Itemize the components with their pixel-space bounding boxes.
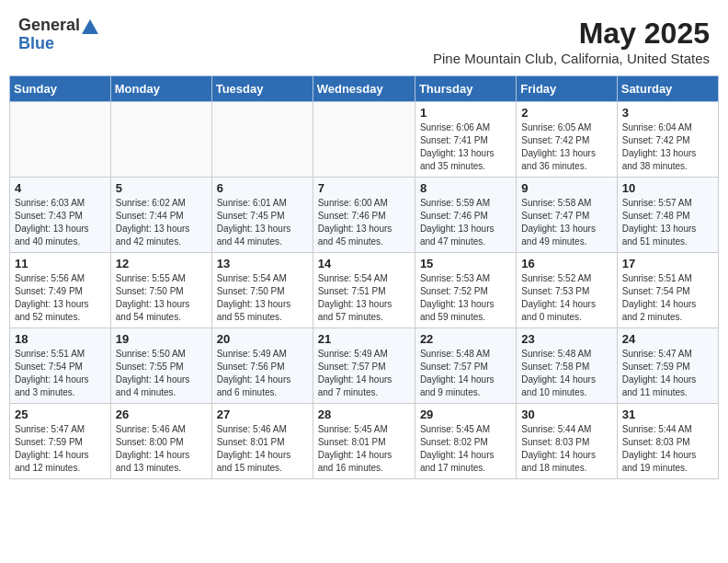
calendar-cell: 4Sunrise: 6:03 AM Sunset: 7:43 PM Daylig… xyxy=(10,178,111,253)
day-info: Sunrise: 5:52 AM Sunset: 7:53 PM Dayligh… xyxy=(521,272,611,324)
calendar-week-1: 1Sunrise: 6:06 AM Sunset: 7:41 PM Daylig… xyxy=(10,102,719,178)
calendar-cell: 27Sunrise: 5:46 AM Sunset: 8:01 PM Dayli… xyxy=(211,404,313,479)
calendar-cell: 31Sunrise: 5:44 AM Sunset: 8:03 PM Dayli… xyxy=(617,404,718,479)
calendar-cell: 22Sunrise: 5:48 AM Sunset: 7:57 PM Dayli… xyxy=(415,328,516,404)
day-info: Sunrise: 5:53 AM Sunset: 7:52 PM Dayligh… xyxy=(420,272,511,324)
day-number: 31 xyxy=(622,408,713,421)
day-info: Sunrise: 6:06 AM Sunset: 7:41 PM Dayligh… xyxy=(420,121,511,173)
page-subtitle: Pine Mountain Club, California, United S… xyxy=(433,51,710,66)
day-number: 2 xyxy=(521,106,611,120)
day-number: 8 xyxy=(420,181,511,195)
day-number: 13 xyxy=(217,257,308,270)
day-info: Sunrise: 5:47 AM Sunset: 7:59 PM Dayligh… xyxy=(622,348,713,399)
calendar-cell xyxy=(10,102,111,178)
calendar-table: SundayMondayTuesdayWednesdayThursdayFrid… xyxy=(9,75,719,479)
calendar-cell: 12Sunrise: 5:55 AM Sunset: 7:50 PM Dayli… xyxy=(110,253,211,328)
day-info: Sunrise: 5:49 AM Sunset: 7:56 PM Dayligh… xyxy=(217,348,308,399)
calendar-cell: 11Sunrise: 5:56 AM Sunset: 7:49 PM Dayli… xyxy=(10,253,111,328)
calendar-week-2: 4Sunrise: 6:03 AM Sunset: 7:43 PM Daylig… xyxy=(10,178,719,253)
calendar-week-3: 11Sunrise: 5:56 AM Sunset: 7:49 PM Dayli… xyxy=(10,253,719,328)
day-number: 27 xyxy=(217,408,308,421)
day-info: Sunrise: 5:45 AM Sunset: 8:02 PM Dayligh… xyxy=(420,423,511,475)
calendar-week-5: 25Sunrise: 5:47 AM Sunset: 7:59 PM Dayli… xyxy=(10,404,719,479)
day-number: 6 xyxy=(217,181,308,195)
calendar-cell: 13Sunrise: 5:54 AM Sunset: 7:50 PM Dayli… xyxy=(211,253,313,328)
calendar-cell xyxy=(110,102,211,178)
svg-marker-0 xyxy=(82,19,98,34)
calendar-cell: 10Sunrise: 5:57 AM Sunset: 7:48 PM Dayli… xyxy=(617,178,718,253)
logo-general-text: General xyxy=(18,17,80,35)
weekday-header-tuesday: Tuesday xyxy=(211,76,313,102)
day-info: Sunrise: 5:51 AM Sunset: 7:54 PM Dayligh… xyxy=(15,348,106,399)
day-info: Sunrise: 5:54 AM Sunset: 7:50 PM Dayligh… xyxy=(217,272,308,324)
day-number: 30 xyxy=(521,408,611,421)
calendar-cell xyxy=(211,102,313,178)
day-number: 26 xyxy=(116,408,207,421)
weekday-header-thursday: Thursday xyxy=(415,76,516,102)
day-number: 23 xyxy=(521,332,611,346)
calendar-cell: 30Sunrise: 5:44 AM Sunset: 8:03 PM Dayli… xyxy=(517,404,617,479)
calendar-cell: 28Sunrise: 5:45 AM Sunset: 8:01 PM Dayli… xyxy=(313,404,415,479)
weekday-header-sunday: Sunday xyxy=(10,76,111,102)
calendar-cell: 1Sunrise: 6:06 AM Sunset: 7:41 PM Daylig… xyxy=(415,102,516,178)
day-info: Sunrise: 5:57 AM Sunset: 7:48 PM Dayligh… xyxy=(622,197,713,248)
day-number: 10 xyxy=(622,181,713,195)
calendar-cell: 29Sunrise: 5:45 AM Sunset: 8:02 PM Dayli… xyxy=(415,404,516,479)
calendar-cell: 16Sunrise: 5:52 AM Sunset: 7:53 PM Dayli… xyxy=(517,253,617,328)
day-number: 3 xyxy=(622,106,713,120)
day-info: Sunrise: 5:54 AM Sunset: 7:51 PM Dayligh… xyxy=(318,272,410,324)
day-number: 11 xyxy=(15,257,106,270)
calendar-cell: 7Sunrise: 6:00 AM Sunset: 7:46 PM Daylig… xyxy=(313,178,415,253)
calendar-cell: 18Sunrise: 5:51 AM Sunset: 7:54 PM Dayli… xyxy=(10,328,111,404)
calendar-cell: 14Sunrise: 5:54 AM Sunset: 7:51 PM Dayli… xyxy=(313,253,415,328)
day-info: Sunrise: 6:00 AM Sunset: 7:46 PM Dayligh… xyxy=(318,197,410,248)
calendar-cell: 5Sunrise: 6:02 AM Sunset: 7:44 PM Daylig… xyxy=(110,178,211,253)
weekday-header-friday: Friday xyxy=(517,76,617,102)
weekday-header-saturday: Saturday xyxy=(617,76,718,102)
logo-blue-text: Blue xyxy=(18,35,98,53)
calendar-week-4: 18Sunrise: 5:51 AM Sunset: 7:54 PM Dayli… xyxy=(10,328,719,404)
day-number: 15 xyxy=(420,257,511,270)
day-info: Sunrise: 5:44 AM Sunset: 8:03 PM Dayligh… xyxy=(521,423,611,475)
day-info: Sunrise: 5:56 AM Sunset: 7:49 PM Dayligh… xyxy=(15,272,106,324)
day-info: Sunrise: 5:45 AM Sunset: 8:01 PM Dayligh… xyxy=(318,423,410,475)
weekday-header-monday: Monday xyxy=(110,76,211,102)
day-info: Sunrise: 6:02 AM Sunset: 7:44 PM Dayligh… xyxy=(116,197,207,248)
day-info: Sunrise: 5:58 AM Sunset: 7:47 PM Dayligh… xyxy=(521,197,611,248)
day-info: Sunrise: 5:46 AM Sunset: 8:01 PM Dayligh… xyxy=(217,423,308,475)
calendar-cell: 26Sunrise: 5:46 AM Sunset: 8:00 PM Dayli… xyxy=(110,404,211,479)
calendar-cell: 23Sunrise: 5:48 AM Sunset: 7:58 PM Dayli… xyxy=(517,328,617,404)
day-info: Sunrise: 6:05 AM Sunset: 7:42 PM Dayligh… xyxy=(521,121,611,173)
day-info: Sunrise: 5:47 AM Sunset: 7:59 PM Dayligh… xyxy=(15,423,106,475)
calendar-cell: 6Sunrise: 6:01 AM Sunset: 7:45 PM Daylig… xyxy=(211,178,313,253)
day-number: 17 xyxy=(622,257,713,270)
day-info: Sunrise: 6:01 AM Sunset: 7:45 PM Dayligh… xyxy=(217,197,308,248)
day-number: 28 xyxy=(318,408,410,421)
calendar-cell: 19Sunrise: 5:50 AM Sunset: 7:55 PM Dayli… xyxy=(110,328,211,404)
day-number: 22 xyxy=(420,332,511,346)
day-number: 14 xyxy=(318,257,410,270)
calendar-cell: 24Sunrise: 5:47 AM Sunset: 7:59 PM Dayli… xyxy=(617,328,718,404)
day-info: Sunrise: 5:48 AM Sunset: 7:57 PM Dayligh… xyxy=(420,348,511,399)
day-info: Sunrise: 6:04 AM Sunset: 7:42 PM Dayligh… xyxy=(622,121,713,173)
day-info: Sunrise: 5:51 AM Sunset: 7:54 PM Dayligh… xyxy=(622,272,713,324)
day-number: 18 xyxy=(15,332,106,346)
calendar-cell: 17Sunrise: 5:51 AM Sunset: 7:54 PM Dayli… xyxy=(617,253,718,328)
day-number: 19 xyxy=(116,332,207,346)
calendar-cell: 9Sunrise: 5:58 AM Sunset: 7:47 PM Daylig… xyxy=(517,178,617,253)
day-info: Sunrise: 5:46 AM Sunset: 8:00 PM Dayligh… xyxy=(116,423,207,475)
day-number: 7 xyxy=(318,181,410,195)
title-section: May 2025 Pine Mountain Club, California,… xyxy=(433,17,710,66)
page-title: May 2025 xyxy=(433,17,710,51)
day-number: 9 xyxy=(521,181,611,195)
day-info: Sunrise: 5:50 AM Sunset: 7:55 PM Dayligh… xyxy=(116,348,207,399)
day-number: 25 xyxy=(15,408,106,421)
day-number: 24 xyxy=(622,332,713,346)
day-number: 21 xyxy=(318,332,410,346)
logo: General Blue xyxy=(18,17,98,53)
day-info: Sunrise: 5:49 AM Sunset: 7:57 PM Dayligh… xyxy=(318,348,410,399)
day-number: 12 xyxy=(116,257,207,270)
day-number: 1 xyxy=(420,106,511,120)
calendar-cell: 21Sunrise: 5:49 AM Sunset: 7:57 PM Dayli… xyxy=(313,328,415,404)
calendar-cell: 3Sunrise: 6:04 AM Sunset: 7:42 PM Daylig… xyxy=(617,102,718,178)
